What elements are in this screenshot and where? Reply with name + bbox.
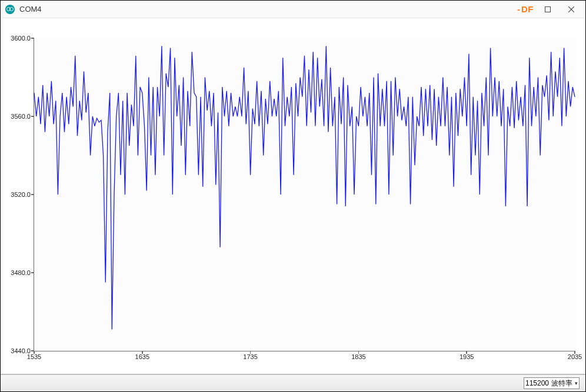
plot-area: 3440.03480.03520.03560.03600.01535163517…	[34, 38, 575, 351]
window-title: COM4	[19, 5, 42, 14]
x-axis-label: 1935	[460, 351, 474, 360]
baud-rate-select[interactable]: 115200 波特率 ▾	[524, 377, 580, 389]
serial-plotter: 3440.03480.03520.03560.03600.01535163517…	[1, 18, 585, 374]
chevron-down-icon: ▾	[575, 380, 578, 386]
y-axis-label: 3520.0	[11, 191, 34, 198]
app-window: COM4 - DF 3440.03480.03520.03560.03600.0…	[1, 1, 585, 391]
title-bar[interactable]: COM4 - DF	[1, 1, 585, 18]
close-button[interactable]	[560, 1, 583, 18]
x-axis-label: 1635	[135, 351, 149, 360]
x-axis-label: 1535	[27, 351, 41, 360]
footer-bar: 115200 波特率 ▾	[1, 374, 585, 391]
y-axis-label: 3480.0	[11, 269, 34, 276]
x-axis-label: 1735	[243, 351, 257, 360]
baud-rate-value: 115200	[525, 379, 549, 387]
arduino-icon	[5, 5, 15, 14]
baud-rate-label: 波特率	[551, 378, 572, 388]
brand-dash: -	[517, 4, 520, 14]
maximize-button[interactable]	[536, 1, 560, 18]
svg-rect-0	[545, 6, 551, 12]
brand-badge: DF	[521, 4, 534, 14]
x-axis-label: 1835	[351, 351, 365, 360]
x-axis-label: 2035	[568, 351, 582, 360]
y-axis-label: 3600.0	[11, 35, 34, 42]
y-axis-label: 3560.0	[11, 113, 34, 120]
data-series-line	[34, 38, 575, 351]
